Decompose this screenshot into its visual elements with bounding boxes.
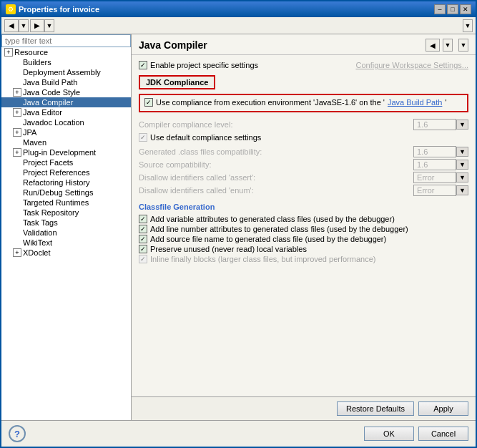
forward-dropdown[interactable]: ▼	[44, 19, 54, 32]
ok-button[interactable]: OK	[364, 427, 414, 441]
disallow-assert-label: Disallow identifiers called 'assert':	[139, 173, 255, 182]
sidebar-item-run-debug-settings[interactable]: Run/Debug Settings	[1, 188, 131, 198]
final-bar: ? OK Cancel	[1, 420, 476, 447]
close-button[interactable]: ✕	[460, 4, 471, 14]
sidebar-item-wikitext[interactable]: WikiText	[1, 238, 131, 248]
sidebar-item-label: Task Tags	[23, 218, 58, 227]
classfile-checkbox-0[interactable]	[139, 215, 147, 223]
sidebar-item-targeted-runtimes[interactable]: Targeted Runtimes	[1, 198, 131, 208]
sidebar-item-java-build-path[interactable]: Java Build Path	[1, 77, 131, 87]
generated-dropdown[interactable]: 1.6	[413, 146, 456, 157]
classfile-checkbox-3[interactable]	[139, 245, 147, 253]
maximize-button[interactable]: □	[447, 4, 458, 14]
disallow-enum-arrow[interactable]: ▼	[456, 185, 468, 195]
sidebar-item-javadoc-location[interactable]: Javadoc Location	[1, 117, 131, 127]
expander-xdoclet[interactable]: +	[13, 248, 21, 257]
apply-button[interactable]: Apply	[418, 401, 468, 416]
forward-button[interactable]: ▶	[30, 19, 44, 32]
classfile-checkbox-1[interactable]	[139, 225, 147, 233]
classfile-label-4: Inline finally blocks (larger class file…	[150, 255, 375, 263]
filter-input[interactable]	[1, 34, 131, 47]
sidebar-item-validation[interactable]: Validation	[1, 228, 131, 238]
panel-back-button[interactable]: ◀	[426, 39, 440, 52]
sidebar-item-project-facets[interactable]: Project Facets	[1, 157, 131, 167]
cancel-button[interactable]: Cancel	[418, 427, 468, 441]
disallow-assert-row: Disallow identifiers called 'assert': Er…	[139, 171, 468, 184]
sidebar-item-label: WikiText	[23, 238, 52, 247]
classfile-check-0: Add variable attributes to generated cla…	[139, 214, 468, 224]
classfile-check-2: Add source file name to generated class …	[139, 234, 468, 244]
disallow-assert-dropdown[interactable]: Error	[413, 172, 456, 183]
expander-plugin[interactable]: +	[13, 148, 21, 157]
sidebar-item-maven[interactable]: Maven	[1, 137, 131, 147]
sidebar-item-java-compiler[interactable]: Java Compiler	[1, 97, 131, 107]
sidebar-item-label: Javadoc Location	[23, 118, 84, 127]
expander-jpa[interactable]: +	[13, 128, 21, 137]
title-buttons: – □ ✕	[434, 4, 471, 14]
minimize-button[interactable]: –	[434, 4, 446, 14]
sidebar-item-java-code-style[interactable]: + Java Code Style	[1, 87, 131, 97]
sidebar-item-label: Refactoring History	[23, 178, 90, 187]
compiler-level-dropdown[interactable]: 1.6	[413, 119, 456, 130]
disallow-enum-dropdown[interactable]: Error	[413, 185, 456, 196]
window-title: Properties for invoice	[19, 5, 99, 14]
expander-resource[interactable]: +	[4, 48, 13, 57]
sidebar-item-label: Java Compiler	[23, 98, 73, 107]
classfile-checkbox-4[interactable]	[139, 255, 147, 263]
configure-workspace-link[interactable]: Configure Workspace Settings...	[355, 61, 468, 69]
sidebar-item-label: Task Repository	[23, 208, 79, 217]
expander-java-code-style[interactable]: +	[13, 88, 21, 97]
classfile-checkbox-2[interactable]	[139, 235, 147, 243]
source-compat-label: Source compatibility:	[139, 160, 212, 169]
jdk-compliance-tab[interactable]: JDK Compliance	[139, 75, 215, 89]
java-build-path-link[interactable]: Java Build Path	[388, 98, 442, 107]
sidebar-item-label: Resource	[14, 48, 48, 57]
compiler-level-label: Compiler compliance level:	[139, 120, 232, 129]
panel-back-dropdown[interactable]: ▼	[443, 39, 453, 52]
generated-label: Generated .class files compatibility:	[139, 147, 262, 156]
sidebar-item-xdoclet[interactable]: + XDoclet	[1, 248, 131, 258]
sidebar-item-project-references[interactable]: Project References	[1, 167, 131, 177]
help-button[interactable]: ?	[9, 425, 26, 442]
source-compat-dropdown[interactable]: 1.6	[413, 159, 456, 170]
sidebar-item-plugin-development[interactable]: + Plug-in Development	[1, 147, 131, 157]
compliance-checkbox[interactable]	[144, 98, 153, 107]
enable-checkbox[interactable]	[139, 61, 147, 69]
title-bar: ⚙ Properties for invoice – □ ✕	[1, 1, 476, 17]
sidebar-item-label: Targeted Runtimes	[23, 198, 89, 207]
sidebar-item-resource[interactable]: + Resource	[1, 47, 131, 57]
restore-defaults-button[interactable]: Restore Defaults	[337, 401, 414, 416]
sidebar-item-jpa[interactable]: + JPA	[1, 127, 131, 137]
expander-java-editor[interactable]: +	[13, 108, 21, 117]
generated-arrow[interactable]: ▼	[456, 147, 468, 157]
compiler-level-arrow[interactable]: ▼	[456, 120, 468, 130]
sidebar-item-label: Deployment Assembly	[23, 68, 101, 77]
enable-row: Enable project specific settings Configu…	[139, 61, 468, 69]
toolbar: ◀ ▼ ▶ ▼ ▼	[1, 17, 476, 34]
compiler-level-row: Compiler compliance level: 1.6 ▼	[139, 118, 468, 131]
back-dropdown[interactable]: ▼	[19, 19, 29, 32]
classfile-label-2: Add source file name to generated class …	[150, 235, 386, 243]
compliance-box: Use compliance from execution environmen…	[139, 94, 468, 112]
view-dropdown[interactable]: ▼	[463, 19, 473, 32]
sidebar-item-refactoring-history[interactable]: Refactoring History	[1, 177, 131, 188]
source-compat-arrow[interactable]: ▼	[456, 160, 468, 170]
back-button[interactable]: ◀	[4, 19, 19, 32]
sidebar-item-task-tags[interactable]: Task Tags	[1, 218, 131, 228]
sidebar-item-builders[interactable]: Builders	[1, 57, 131, 67]
sidebar-item-label: Java Code Style	[23, 88, 80, 97]
disallow-enum-row: Disallow identifiers called 'enum': Erro…	[139, 184, 468, 197]
sidebar-item-task-repository[interactable]: Task Repository	[1, 208, 131, 218]
use-default-label: Use default compliance settings	[150, 133, 261, 142]
panel-extra-dropdown[interactable]: ▼	[458, 39, 468, 52]
sidebar-item-deployment-assembly[interactable]: Deployment Assembly	[1, 67, 131, 77]
sidebar-item-label: JPA	[23, 128, 36, 137]
source-compat-value: 1.6 ▼	[413, 159, 468, 170]
use-default-checkbox[interactable]	[139, 133, 147, 142]
disallow-assert-arrow[interactable]: ▼	[456, 172, 468, 182]
sidebar-item-java-editor[interactable]: + Java Editor	[1, 107, 131, 117]
enable-left: Enable project specific settings	[139, 61, 258, 69]
window-icon: ⚙	[6, 4, 16, 14]
use-default-row: Use default compliance settings	[139, 132, 468, 142]
classfile-label-1: Add line number attributes to generated …	[150, 225, 408, 233]
